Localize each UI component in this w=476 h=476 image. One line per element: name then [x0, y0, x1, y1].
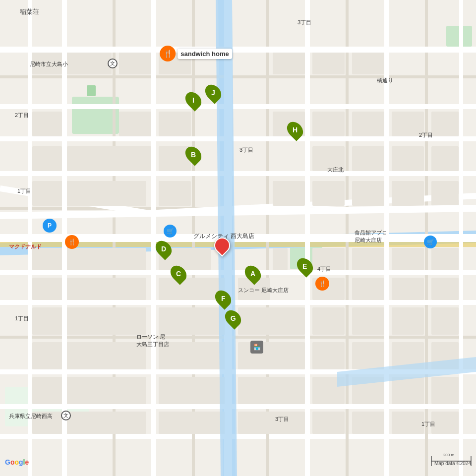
sunco-icon[interactable]: 🍴 — [315, 277, 329, 291]
svg-rect-84 — [392, 307, 424, 335]
svg-rect-1 — [72, 97, 119, 134]
svg-rect-101 — [159, 412, 226, 434]
marker-F[interactable]: F — [216, 290, 230, 307]
svg-rect-54 — [312, 146, 345, 171]
svg-rect-41 — [312, 52, 345, 74]
google-logo: Google — [5, 458, 29, 466]
svg-rect-50 — [431, 112, 459, 136]
store-marker[interactable]: 🏪 — [250, 341, 263, 354]
parking-icon[interactable]: P — [43, 219, 57, 233]
marker-E-label: E — [302, 263, 307, 270]
marker-F-label: F — [221, 295, 226, 302]
svg-rect-68 — [312, 248, 345, 270]
svg-rect-99 — [431, 377, 459, 404]
svg-rect-86 — [32, 342, 146, 369]
marker-B[interactable]: B — [186, 146, 200, 164]
parking-marker[interactable]: P — [43, 219, 57, 233]
marker-C[interactable]: C — [172, 265, 185, 283]
marker-I-label: I — [192, 97, 194, 104]
svg-rect-95 — [238, 377, 305, 404]
svg-rect-65 — [32, 248, 146, 270]
school-icon-2: 文 — [61, 411, 71, 420]
svg-rect-43 — [32, 112, 62, 136]
svg-rect-47 — [312, 112, 345, 136]
svg-rect-55 — [352, 146, 384, 171]
marker-H[interactable]: H — [288, 121, 302, 139]
cart-marker-left[interactable]: 🛒 — [164, 225, 177, 238]
center-marker[interactable] — [214, 238, 230, 253]
svg-rect-62 — [352, 181, 384, 206]
svg-rect-58 — [32, 181, 146, 206]
svg-rect-2 — [87, 85, 96, 96]
marker-I[interactable]: I — [186, 91, 200, 109]
cart-icon-left[interactable]: 🛒 — [164, 225, 177, 238]
svg-rect-83 — [352, 307, 384, 335]
mcdonald-marker[interactable]: 🍴 — [65, 235, 79, 249]
svg-rect-64 — [431, 181, 459, 206]
svg-rect-71 — [431, 248, 459, 270]
svg-rect-89 — [312, 342, 345, 369]
svg-rect-70 — [392, 248, 424, 270]
svg-rect-49 — [392, 112, 424, 136]
svg-rect-61 — [312, 181, 345, 206]
svg-rect-88 — [238, 342, 305, 369]
marker-C-label: C — [176, 270, 181, 277]
svg-rect-69 — [352, 248, 384, 270]
svg-rect-94 — [159, 377, 226, 404]
sandwich-home-icon[interactable]: 🍴 — [160, 46, 176, 61]
mcdonald-icon[interactable]: 🍴 — [65, 235, 79, 249]
cart-marker-right[interactable]: 🛒 — [424, 236, 437, 248]
svg-rect-90 — [352, 342, 384, 369]
svg-rect-87 — [159, 342, 226, 369]
svg-rect-78 — [431, 278, 459, 300]
marker-J-label: J — [211, 89, 215, 96]
svg-rect-98 — [392, 377, 424, 404]
svg-rect-42 — [352, 52, 384, 74]
svg-rect-80 — [159, 307, 226, 335]
svg-rect-57 — [431, 146, 459, 171]
marker-B-label: B — [191, 151, 196, 158]
svg-rect-40 — [273, 52, 305, 74]
svg-rect-100 — [32, 412, 146, 434]
svg-rect-81 — [238, 307, 305, 335]
sunco-marker[interactable]: 🍴 — [315, 277, 329, 291]
sandwich-home-marker[interactable]: 🍴 sandwich home — [160, 46, 232, 61]
svg-rect-104 — [352, 412, 384, 434]
svg-rect-63 — [392, 181, 424, 206]
svg-rect-72 — [32, 278, 146, 300]
marker-H-label: H — [293, 126, 298, 133]
svg-rect-44 — [119, 112, 151, 136]
map-container: 200 m 稲葉荘 3丁目 尼崎市立大島小 橘通り 2丁目 2丁目 3丁目 1丁… — [0, 0, 476, 476]
svg-rect-93 — [32, 377, 146, 404]
svg-rect-106 — [431, 412, 459, 434]
marker-D[interactable]: D — [157, 240, 171, 258]
svg-rect-82 — [312, 307, 345, 335]
cart-icon-right[interactable]: 🛒 — [424, 236, 437, 248]
svg-rect-36 — [32, 52, 62, 74]
svg-rect-56 — [392, 146, 424, 171]
marker-A-label: A — [250, 270, 255, 277]
svg-rect-102 — [238, 412, 305, 434]
svg-rect-37 — [67, 52, 112, 74]
marker-J[interactable]: J — [206, 84, 220, 102]
svg-rect-79 — [32, 307, 146, 335]
svg-rect-85 — [431, 307, 459, 335]
svg-rect-77 — [392, 278, 424, 300]
svg-rect-103 — [312, 412, 345, 434]
svg-rect-48 — [352, 112, 384, 136]
svg-rect-45 — [159, 112, 191, 136]
svg-rect-60 — [273, 181, 305, 206]
marker-E[interactable]: E — [298, 257, 312, 275]
school-icon-1: 文 — [108, 59, 118, 68]
svg-rect-59 — [159, 181, 191, 206]
marker-G-label: G — [231, 315, 236, 322]
map-attribution: Map data ©2024 — [434, 461, 471, 466]
store-icon[interactable]: 🏪 — [250, 341, 263, 354]
marker-G[interactable]: G — [226, 309, 240, 327]
svg-rect-38 — [119, 52, 151, 74]
svg-rect-76 — [352, 278, 384, 300]
marker-A[interactable]: A — [246, 265, 260, 283]
svg-rect-105 — [392, 412, 424, 434]
svg-rect-51 — [32, 146, 62, 171]
sandwich-home-label: sandwich home — [178, 49, 232, 59]
